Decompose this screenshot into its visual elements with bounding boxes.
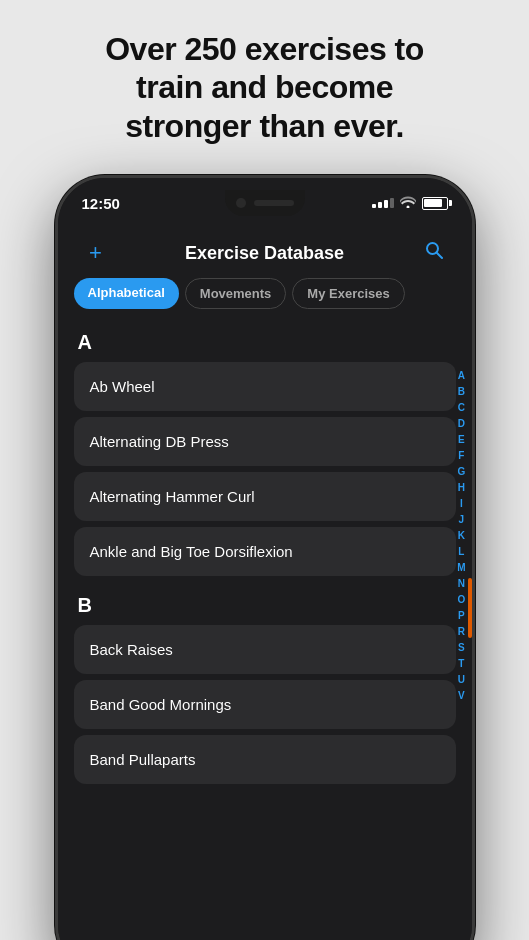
exercise-item[interactable]: Alternating Hammer Curl [74, 472, 456, 521]
alpha-v[interactable]: V [458, 688, 465, 703]
alpha-d[interactable]: D [458, 416, 465, 431]
app-header: + Exercise Database [58, 228, 472, 274]
tabs-row: Alphabetical Movements My Exercises [58, 274, 472, 319]
alpha-l[interactable]: L [458, 544, 464, 559]
tab-my-exercises[interactable]: My Exercises [292, 278, 404, 309]
alpha-t[interactable]: T [458, 656, 464, 671]
alpha-n[interactable]: N [458, 576, 465, 591]
alpha-p[interactable]: P [458, 608, 465, 623]
wifi-icon [400, 195, 416, 211]
alpha-i[interactable]: I [460, 496, 463, 511]
alpha-k[interactable]: K [458, 528, 465, 543]
alpha-g[interactable]: G [457, 464, 465, 479]
alpha-r[interactable]: R [458, 624, 465, 639]
hero-line3: stronger than ever. [125, 108, 404, 144]
battery-icon [422, 197, 448, 210]
alpha-j[interactable]: J [459, 512, 465, 527]
tab-alphabetical[interactable]: Alphabetical [74, 278, 179, 309]
section-header-b: B [74, 582, 456, 625]
alpha-b[interactable]: B [458, 384, 465, 399]
add-exercise-button[interactable]: + [78, 240, 114, 266]
alpha-h[interactable]: H [458, 480, 465, 495]
exercise-item[interactable]: Back Raises [74, 625, 456, 674]
phone-container: 12:50 [55, 175, 475, 940]
status-bar: 12:50 [58, 178, 472, 228]
hero-line2: train and become [136, 69, 393, 105]
status-icons [372, 195, 448, 211]
exercise-item[interactable]: Band Pullaparts [74, 735, 456, 784]
hero-line1: Over 250 exercises to [105, 31, 424, 67]
hero-text: Over 250 exercises to train and become s… [0, 0, 529, 165]
exercises-list[interactable]: A Ab Wheel Alternating DB Press Alternat… [58, 319, 472, 940]
alpha-m[interactable]: M [457, 560, 465, 575]
alphabet-sidebar: A B C D E F G H I J K L M N O P R S T U [457, 368, 465, 940]
camera-dot [236, 198, 246, 208]
exercise-item[interactable]: Ankle and Big Toe Dorsiflexion [74, 527, 456, 576]
exercise-item[interactable]: Band Good Mornings [74, 680, 456, 729]
status-time: 12:50 [82, 195, 120, 212]
alpha-s[interactable]: S [458, 640, 465, 655]
exercise-item[interactable]: Ab Wheel [74, 362, 456, 411]
alpha-o[interactable]: O [457, 592, 465, 607]
alpha-e[interactable]: E [458, 432, 465, 447]
section-header-a: A [74, 319, 456, 362]
camera-notch [225, 190, 305, 216]
app-screen: + Exercise Database Alphabetical Movemen… [58, 228, 472, 940]
speaker [254, 200, 294, 206]
phone-frame: 12:50 [55, 175, 475, 940]
app-title: Exercise Database [114, 243, 416, 264]
search-button[interactable] [416, 240, 452, 266]
alpha-a[interactable]: A [458, 368, 465, 383]
svg-line-1 [436, 253, 442, 259]
scroll-indicator [468, 578, 472, 638]
exercise-item[interactable]: Alternating DB Press [74, 417, 456, 466]
alpha-f[interactable]: F [458, 448, 464, 463]
alpha-c[interactable]: C [458, 400, 465, 415]
signal-bars [372, 198, 394, 208]
alpha-u[interactable]: U [458, 672, 465, 687]
tab-movements[interactable]: Movements [185, 278, 287, 309]
